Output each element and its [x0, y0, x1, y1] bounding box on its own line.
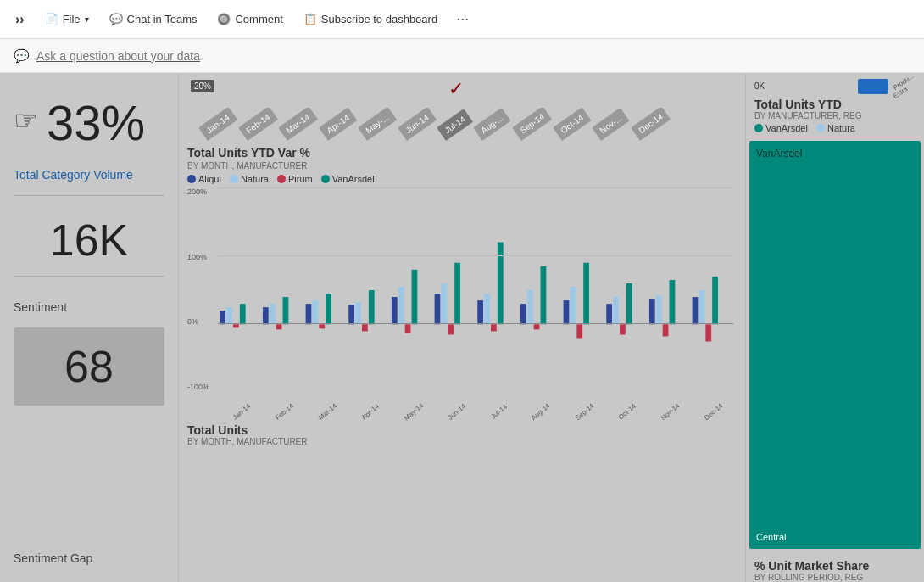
expand-button[interactable]: ››	[7, 7, 33, 32]
bar-jun-aliqui	[435, 294, 441, 324]
month-slider[interactable]: 20% ✓ Jan-14 Feb-14 Mar-14 Apr-14 May-..…	[179, 73, 745, 141]
sentiment-gap-label: Sentiment Gap	[14, 543, 164, 565]
bar-sep-aliqui	[564, 300, 570, 324]
right-panel: 0K Produ... Extra Total Units YTD BY MAN…	[746, 73, 924, 582]
month-tab-dec[interactable]: Dec-14	[631, 108, 671, 141]
month-tab-feb[interactable]: Feb-14	[238, 108, 278, 141]
bar-jul-aliqui	[477, 300, 483, 324]
hand-pointer-icon: ☞	[14, 104, 38, 137]
bar-mar-natura	[312, 300, 318, 324]
right-bottom-sub: BY ROLLING PERIOD, REG	[754, 573, 916, 582]
comment-label: Comment	[235, 13, 282, 25]
search-bar: 💬	[0, 39, 924, 73]
category-volume-label: Total Category Volume	[14, 168, 164, 182]
chart-section: Total Units YTD Var % BY MONTH, MANUFACT…	[179, 141, 745, 417]
month-tab-apr[interactable]: Apr-14	[319, 108, 357, 141]
left-panel: ☞ 33% Total Category Volume 16K Sentimen…	[0, 73, 178, 582]
bar-oct-natura	[613, 297, 619, 324]
y-label-0: 0%	[187, 317, 214, 326]
bar-dec-natura	[699, 290, 704, 324]
legend-dot-pirum	[277, 175, 286, 183]
search-input[interactable]	[36, 49, 910, 63]
right-top: 0K Produ... Extra Total Units YTD BY MAN…	[746, 73, 924, 141]
dot-vanarsdel-right	[754, 124, 763, 132]
comment-button[interactable]: 🔘 Comment	[209, 8, 291, 31]
month-tab-jan[interactable]: Jan-14	[198, 108, 237, 141]
legend-aliqui: Aliqui	[187, 174, 221, 184]
question-icon: 💬	[14, 48, 30, 64]
chevron-right-icon: ››	[15, 12, 25, 27]
bar-apr-aliqui	[348, 305, 354, 324]
bar-jan-vanarsdel	[240, 304, 246, 324]
legend-label-pirum: Pirum	[288, 174, 313, 184]
month-tab-jun[interactable]: Jun-14	[398, 108, 437, 141]
subscribe-label: Subscribe to dashboard	[321, 13, 437, 25]
sentiment-label: Sentiment	[14, 300, 164, 314]
comment-icon: 🔘	[217, 13, 231, 25]
pin-icon: ✓	[448, 78, 464, 100]
bar-apr-vanarsdel	[369, 290, 375, 324]
subscribe-button[interactable]: 📋 Subscribe to dashboard	[295, 8, 446, 31]
y-label-200: 200%	[187, 187, 214, 196]
file-label: File	[63, 13, 81, 25]
bar-nov-vanarsdel	[670, 280, 676, 324]
month-tab-nov[interactable]: Nov-...	[592, 108, 630, 141]
month-tab-sep[interactable]: Sep-14	[512, 108, 552, 141]
bar-aug-pirum	[534, 324, 540, 329]
bar-jul-natura	[484, 294, 490, 324]
bar-mar-aliqui	[306, 304, 312, 324]
file-button[interactable]: 📄 File ▾	[36, 8, 97, 31]
month-tab-jul[interactable]: Jul-14	[437, 109, 473, 141]
month-tab-may[interactable]: May-...	[358, 108, 397, 141]
subscribe-icon: 📋	[303, 13, 317, 25]
bar-jan-pirum	[233, 324, 239, 327]
bar-oct-pirum	[620, 324, 626, 334]
file-icon: 📄	[45, 13, 58, 25]
pct-badge: 20%	[191, 80, 214, 92]
vanarsdel-legend-label: VanArsdel	[765, 123, 808, 133]
bar-jul-pirum	[491, 324, 497, 331]
grid-0	[218, 323, 733, 324]
bar-oct-vanarsdel	[626, 283, 632, 324]
month-tab-oct[interactable]: Oct-14	[553, 108, 591, 141]
dot-natura-right	[816, 124, 825, 132]
right-chart-sub: BY MANUFACTURER, REG	[754, 111, 916, 120]
mid-panel: 20% ✓ Jan-14 Feb-14 Mar-14 Apr-14 May-..…	[178, 73, 746, 582]
bottom-titles: Total Units BY MONTH, MANUFACTURER	[179, 417, 745, 446]
more-options-button[interactable]: ···	[449, 5, 476, 33]
bar-apr-natura	[355, 302, 361, 324]
bar-mar-pirum	[319, 324, 325, 328]
legend-dot-aliqui	[187, 175, 196, 183]
chart-title: Total Units YTD Var %	[187, 146, 737, 159]
chevron-down-icon: ▾	[85, 14, 89, 24]
legend-label-aliqui: Aliqui	[198, 174, 221, 184]
bar-may-aliqui	[392, 297, 398, 324]
units-value: 16K	[14, 218, 164, 262]
legend-dot-natura	[230, 175, 238, 183]
legend-natura: Natura	[230, 174, 269, 184]
legend-vanarsdel-right: VanArsdel	[754, 123, 808, 133]
y-label-neg100: -100%	[187, 383, 214, 391]
bar-oct-aliqui	[606, 304, 612, 324]
bar-dec-vanarsdel	[712, 277, 718, 324]
right-bottom-title: % Unit Market Share	[754, 559, 916, 573]
percent-value: 33%	[47, 98, 145, 148]
main-content: ☞ 33% Total Category Volume 16K Sentimen…	[0, 73, 924, 582]
bar-sep-pirum	[576, 324, 582, 338]
central-label: Central	[756, 532, 786, 542]
legend-natura-right: Natura	[816, 123, 855, 133]
bar-feb-pirum	[276, 324, 282, 329]
legend-vanarsdel: VanArsdel	[321, 174, 375, 184]
bar-aug-aliqui	[520, 304, 526, 324]
toolbar: ›› 📄 File ▾ 💬 Chat in Teams 🔘 Comment 📋 …	[0, 0, 924, 39]
month-tab-mar[interactable]: Mar-14	[278, 108, 318, 141]
bar-jun-vanarsdel	[454, 263, 460, 325]
bar-may-vanarsdel	[412, 270, 418, 325]
bar-chart: 200% 100% 0% -100%	[187, 187, 737, 417]
natura-legend-label: Natura	[827, 123, 855, 133]
chat-in-teams-button[interactable]: 💬 Chat in Teams	[101, 8, 206, 31]
bar-may-pirum	[405, 324, 411, 333]
bar-dec-pirum	[705, 324, 711, 341]
month-tab-aug[interactable]: Aug-...	[473, 108, 511, 141]
y-label-100: 100%	[187, 253, 214, 261]
